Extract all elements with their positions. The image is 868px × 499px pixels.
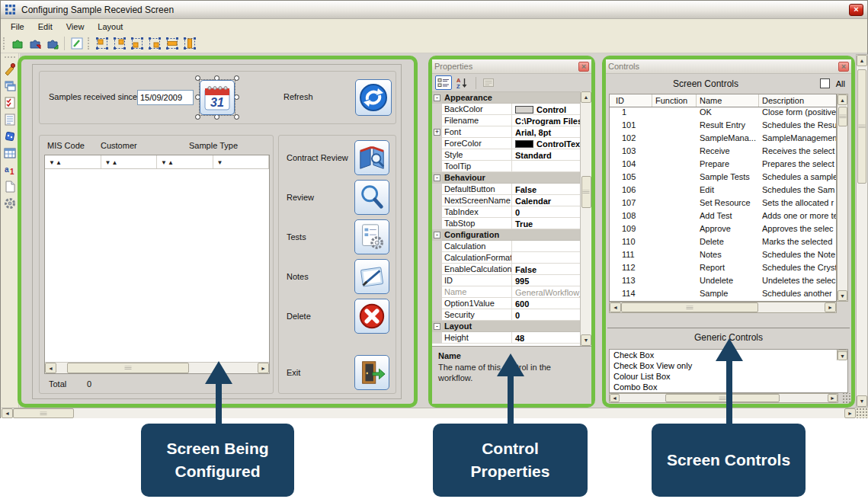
table-row[interactable]: 1 OK Close form (positive) <box>610 107 836 120</box>
scroll-thumb[interactable] <box>838 107 847 126</box>
property-row[interactable]: + Font Arial, 8pt <box>432 126 580 138</box>
filter-cell[interactable]: ▼▲ <box>157 155 213 168</box>
header-function[interactable]: Function <box>652 94 697 107</box>
property-value[interactable]: True <box>512 218 580 229</box>
property-row[interactable]: Security 0 <box>432 309 580 321</box>
expand-toggle-icon[interactable] <box>432 264 442 275</box>
checklist-button[interactable] <box>2 94 18 110</box>
resize-handle[interactable] <box>234 75 239 81</box>
list-button[interactable] <box>2 111 18 127</box>
property-value[interactable] <box>512 161 580 172</box>
property-row[interactable]: - Appearance <box>432 92 580 104</box>
scroll-up-icon[interactable]: ▲ <box>581 91 591 103</box>
expand-toggle-icon[interactable] <box>432 275 442 286</box>
menu-item[interactable]: View <box>59 21 91 33</box>
window-vscrollbar[interactable]: ▲ ▼ <box>856 54 868 408</box>
table-row[interactable]: 101 Result Entry Schedules the Resu <box>610 120 836 133</box>
property-row[interactable]: Option1Value 600 <box>432 298 580 309</box>
table-row[interactable]: 103 Receive Receives the select <box>610 146 836 159</box>
delete-button[interactable] <box>354 299 389 334</box>
expand-toggle-icon[interactable] <box>432 115 442 126</box>
expand-toggle-icon[interactable] <box>432 161 442 172</box>
samples-list-empty[interactable] <box>45 169 269 362</box>
property-row[interactable]: CalculationFormat <box>432 252 580 264</box>
table-hscrollbar[interactable]: ◄ ► <box>609 302 837 313</box>
expand-toggle-icon[interactable]: - <box>432 92 442 104</box>
header-id[interactable]: ID <box>610 94 652 107</box>
align-right-button[interactable] <box>111 35 127 51</box>
contract-review-button[interactable] <box>354 140 389 175</box>
refresh-button[interactable] <box>355 79 392 116</box>
menu-item[interactable]: Edit <box>31 21 59 33</box>
sort-button[interactable]: a1 <box>2 162 18 178</box>
table-row[interactable]: 111 Notes Schedules the Note <box>610 250 836 263</box>
property-row[interactable]: Style Standard <box>432 149 580 161</box>
resize-handle[interactable] <box>234 114 239 120</box>
all-checkbox[interactable] <box>820 78 830 88</box>
scroll-down-icon[interactable]: ▼ <box>838 351 847 360</box>
scroll-thumb[interactable] <box>857 69 866 184</box>
expand-toggle-icon[interactable]: + <box>432 126 442 138</box>
table-row[interactable]: 102 SampleMana... SampleManagemen <box>610 133 836 146</box>
table-row[interactable]: 114 Sample Schedules another <box>610 289 836 302</box>
expand-toggle-icon[interactable] <box>432 309 442 321</box>
scroll-thumb[interactable] <box>67 363 189 373</box>
property-value[interactable] <box>512 252 580 264</box>
generic-vscrollbar[interactable]: ▲ ▼ <box>837 350 847 360</box>
scroll-right-icon[interactable]: ► <box>258 363 269 373</box>
expand-toggle-icon[interactable] <box>432 104 442 115</box>
property-row[interactable]: - Configuration <box>432 229 580 241</box>
table-row[interactable]: 105 Sample Tests Schedules a sample <box>610 172 836 185</box>
resize-handle[interactable] <box>195 75 200 81</box>
window-resize-grip[interactable] <box>856 408 868 418</box>
resize-grip[interactable] <box>841 393 851 403</box>
scroll-up-icon[interactable]: ▲ <box>857 55 867 66</box>
calendar-button[interactable]: 31 <box>200 80 235 115</box>
samples-hscrollbar[interactable]: ◄ ► <box>45 362 269 373</box>
property-value[interactable] <box>512 241 580 252</box>
expand-toggle-icon[interactable] <box>432 218 442 229</box>
expand-toggle-icon[interactable] <box>432 195 442 206</box>
scroll-left-icon[interactable]: ◄ <box>610 302 621 312</box>
generic-hscrollbar[interactable]: ◄ ► <box>609 393 838 403</box>
align-top-button[interactable] <box>129 35 145 51</box>
scroll-down-icon[interactable]: ▼ <box>581 334 591 346</box>
table-row[interactable]: 106 Edit Schedules the Sam <box>610 185 836 198</box>
load-screen-button[interactable] <box>9 35 25 51</box>
property-row[interactable]: BackColor Control <box>432 104 580 115</box>
property-row[interactable]: - Layout <box>432 321 580 332</box>
expand-toggle-icon[interactable]: - <box>432 321 442 332</box>
property-value[interactable]: Control <box>512 104 580 115</box>
expand-toggle-icon[interactable] <box>432 252 442 264</box>
table-row[interactable]: 104 Prepare Prepares the select <box>610 159 836 172</box>
categorized-button[interactable] <box>435 75 452 90</box>
property-value[interactable]: Calendar <box>512 195 580 206</box>
table-row[interactable]: 109 Approve Approves the selec <box>610 224 836 237</box>
edit-button[interactable] <box>69 35 85 51</box>
property-value[interactable]: 995 <box>512 275 580 286</box>
scroll-up-icon[interactable]: ▲ <box>838 94 847 105</box>
property-value[interactable]: 600 <box>512 298 580 309</box>
scroll-left-icon[interactable]: ◄ <box>45 363 56 373</box>
property-value[interactable]: 48 <box>512 332 580 344</box>
expand-toggle-icon[interactable]: - <box>432 229 442 241</box>
property-value[interactable]: 0 <box>512 309 580 321</box>
date-input[interactable] <box>137 90 194 105</box>
expand-toggle-icon[interactable] <box>432 138 442 149</box>
notes-button[interactable] <box>354 259 389 294</box>
expand-toggle-icon[interactable] <box>432 298 442 309</box>
property-row[interactable]: NextScreenName Calendar <box>432 195 580 206</box>
property-row[interactable]: Height 48 <box>432 332 580 344</box>
center-vertical-button[interactable] <box>181 35 197 51</box>
expand-toggle-icon[interactable] <box>432 332 442 344</box>
resize-handle[interactable] <box>234 94 239 100</box>
exit-button[interactable] <box>354 355 389 390</box>
column-header-customer[interactable]: Customer <box>101 141 137 150</box>
header-description[interactable]: Description <box>759 94 836 107</box>
export-screen-button[interactable] <box>44 35 60 51</box>
property-row[interactable]: Filename C:\Program Files\ <box>432 115 580 126</box>
paint-button[interactable] <box>2 61 18 77</box>
review-button[interactable] <box>354 180 389 215</box>
property-row[interactable]: TabIndex 0 <box>432 206 580 218</box>
align-left-button[interactable] <box>94 35 110 51</box>
